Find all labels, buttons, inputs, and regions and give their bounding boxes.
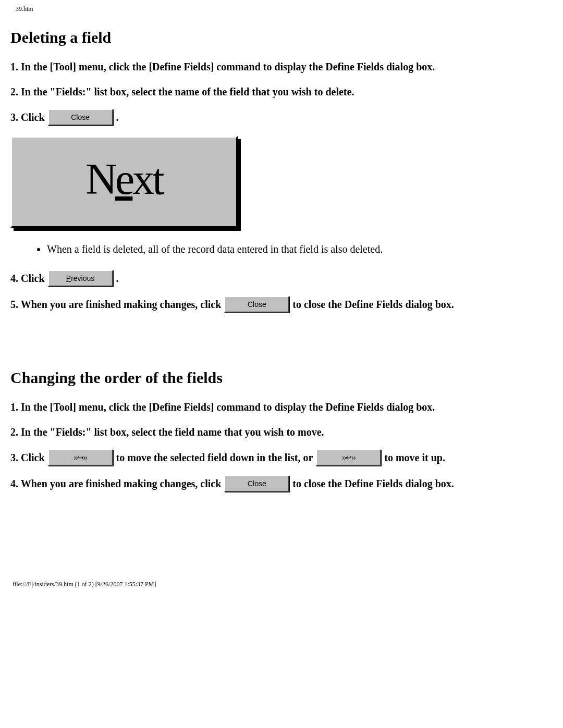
step3-middle: to move the selected field down in the l… (116, 450, 313, 465)
section1-step2: 2. In the "Fields:" list box, select the… (10, 84, 553, 100)
note-list: When a field is deleted, all of the reco… (36, 243, 553, 255)
step3-suffix: . (116, 109, 119, 125)
section2-step3: 3. Click ››↪›› to move the selected fiel… (10, 449, 553, 466)
step4-suffix: to close the Define Fields dialog box. (292, 476, 454, 491)
previous-button[interactable]: Previous (48, 270, 113, 287)
arrow-up-left-icon: ››↩›› (342, 452, 356, 463)
step3-suffix: to move it up. (384, 450, 445, 465)
move-down-button[interactable]: ››↪›› (48, 449, 113, 466)
note-item: When a field is deleted, all of the reco… (47, 243, 553, 255)
section1-step3: 3. Click Close . (10, 109, 553, 126)
move-up-button[interactable]: ››↩›› (316, 449, 381, 466)
step3-prefix: 3. Click (10, 109, 45, 125)
section-title-deleting: Deleting a field (10, 29, 553, 46)
arrow-down-right-icon: ››↪›› (74, 452, 87, 463)
section2-step2: 2. In the "Fields:" list box, select the… (10, 424, 553, 440)
section2-step4: 4. When you are finished making changes,… (10, 475, 553, 492)
section2-step1: 1. In the [Tool] menu, click the [Define… (10, 399, 553, 415)
page-header-path: 39.htm (16, 5, 553, 13)
step5-suffix: to close the Define Fields dialog box. (292, 297, 454, 312)
section-title-changing: Changing the order of the fields (10, 369, 553, 387)
step3-prefix: 3. Click (10, 450, 45, 465)
next-button-large[interactable]: Next (10, 136, 238, 228)
section1-step4: 4. Click Previous . (10, 270, 553, 287)
close-button[interactable]: Close (48, 109, 113, 126)
page-footer: file:///E|/insiders/39.htm (1 of 2) [9/2… (13, 581, 553, 588)
next-button-label: Next (85, 155, 162, 203)
close-button-2[interactable]: Close (224, 296, 289, 313)
section1-step1: 1. In the [Tool] menu, click the [Define… (10, 59, 553, 75)
step4-suffix: . (116, 270, 119, 286)
step4-prefix: 4. Click (10, 270, 45, 286)
section1-step5: 5. When you are finished making changes,… (10, 296, 553, 313)
step4-prefix: 4. When you are finished making changes,… (10, 476, 221, 491)
close-button-3[interactable]: Close (224, 475, 289, 492)
step5-prefix: 5. When you are finished making changes,… (10, 297, 221, 312)
